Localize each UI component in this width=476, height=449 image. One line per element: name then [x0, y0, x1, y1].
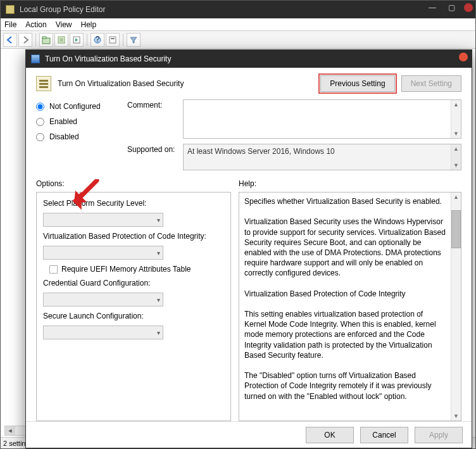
radio-enabled-label: Enabled — [49, 117, 77, 126]
comment-scrollbar[interactable]: ▲▼ — [451, 100, 461, 138]
opt-credguard-label: Credential Guard Configuration: — [43, 279, 224, 288]
opt-platform-level-select[interactable]: ▾ — [43, 213, 163, 227]
scroll-down-icon[interactable]: ▼ — [451, 161, 461, 170]
dialog-icon — [31, 54, 40, 63]
comment-label: Comment: — [127, 99, 180, 110]
chevron-down-icon: ▾ — [157, 217, 160, 224]
scroll-left-icon[interactable]: ◄ — [5, 426, 15, 435]
chevron-down-icon: ▾ — [157, 296, 160, 303]
props-button[interactable] — [106, 33, 120, 47]
scroll-down-icon[interactable]: ▼ — [451, 412, 461, 421]
opt-credguard-select[interactable]: ▾ — [43, 293, 163, 307]
radio-disabled-input[interactable] — [36, 133, 44, 141]
scroll-up-icon[interactable]: ▲ — [451, 144, 461, 153]
opt-securelaunch-label: Secure Launch Configuration: — [43, 312, 224, 320]
opt-vbpci-label: Virtualization Based Protection of Code … — [43, 232, 224, 241]
back-button[interactable] — [3, 33, 17, 47]
chevron-down-icon: ▾ — [157, 329, 160, 336]
help-scrollbar[interactable]: ▲ ▼ — [451, 193, 461, 421]
supported-text: At least Windows Server 2016, Windows 10 — [187, 147, 449, 156]
dialog-titlebar[interactable]: Turn On Virtualization Based Security — [26, 50, 472, 68]
help-heading: Help: — [239, 179, 256, 188]
gpedit-title: Local Group Policy Editor — [20, 5, 105, 14]
cancel-button[interactable]: Cancel — [360, 427, 408, 443]
radio-disabled[interactable]: Disabled — [36, 132, 125, 141]
supported-label: Supported on: — [127, 144, 180, 154]
radio-enabled[interactable]: Enabled — [36, 117, 125, 126]
help-button[interactable]: ? — [91, 33, 104, 47]
comment-textbox[interactable]: ▲▼ — [183, 99, 461, 139]
dialog-content: Turn On Virtualization Based Security Pr… — [26, 68, 472, 421]
dialog-close-button[interactable] — [459, 53, 468, 61]
svg-rect-7 — [111, 38, 115, 39]
scroll-down-icon[interactable]: ▼ — [451, 129, 461, 138]
gpedit-app-icon — [6, 5, 15, 14]
export-button[interactable] — [70, 33, 84, 47]
scroll-up-icon[interactable]: ▲ — [451, 193, 461, 201]
menu-file[interactable]: File — [4, 20, 16, 29]
menu-action[interactable]: Action — [25, 20, 46, 29]
up-button[interactable] — [39, 33, 53, 47]
opt-platform-level-label: Select Platform Security Level: — [43, 199, 224, 208]
svg-text:?: ? — [96, 35, 100, 44]
opt-securelaunch-select[interactable]: ▾ — [43, 326, 163, 339]
menu-view[interactable]: View — [56, 20, 72, 29]
supported-box: At least Windows Server 2016, Windows 10… — [183, 144, 461, 170]
gpedit-titlebar[interactable]: Local Group Policy Editor — ▢ — [1, 1, 475, 18]
opt-uefi-label: Require UEFI Memory Attributes Table — [61, 265, 191, 274]
menubar: File Action View Help — [1, 18, 475, 31]
minimize-button[interactable]: — — [426, 3, 439, 12]
next-setting-button[interactable]: Next Setting — [401, 75, 461, 92]
filter-button[interactable] — [127, 33, 141, 47]
opt-uefi-checkbox[interactable]: Require UEFI Memory Attributes Table — [49, 265, 224, 274]
forward-button[interactable] — [18, 33, 32, 47]
policy-dialog: Turn On Virtualization Based Security Tu… — [25, 49, 472, 448]
policy-icon — [36, 76, 51, 91]
previous-setting-button[interactable]: Previous Setting — [320, 75, 394, 92]
supported-scrollbar[interactable]: ▲▼ — [451, 144, 461, 170]
maximize-button[interactable]: ▢ — [445, 3, 458, 12]
menu-help[interactable]: Help — [81, 20, 97, 29]
apply-button[interactable]: Apply — [415, 427, 463, 443]
scroll-up-icon[interactable]: ▲ — [451, 100, 461, 109]
radio-disabled-label: Disabled — [49, 132, 79, 141]
chevron-down-icon: ▾ — [157, 250, 160, 256]
policy-title: Turn On Virtualization Based Security — [58, 79, 184, 88]
ok-button[interactable]: OK — [306, 427, 354, 443]
options-heading: Options: — [36, 179, 239, 188]
dialog-footer: OK Cancel Apply — [26, 421, 472, 448]
refresh-button[interactable] — [54, 33, 68, 47]
dialog-title: Turn On Virtualization Based Security — [45, 54, 171, 63]
svg-rect-1 — [42, 37, 46, 39]
opt-vbpci-select[interactable]: ▾ — [43, 246, 163, 260]
options-pane: Select Platform Security Level: ▾ Virtua… — [36, 192, 231, 421]
radio-not-configured-input[interactable] — [36, 103, 44, 111]
svg-rect-6 — [110, 37, 116, 43]
scrollbar-thumb[interactable] — [451, 210, 461, 248]
close-button[interactable] — [464, 3, 473, 12]
help-text: Specifies whether Virtualization Based S… — [239, 193, 451, 421]
help-pane: Specifies whether Virtualization Based S… — [239, 192, 461, 421]
radio-enabled-input[interactable] — [36, 118, 44, 126]
checkbox-icon[interactable] — [49, 265, 58, 274]
radio-not-configured-label: Not Configured — [49, 102, 101, 111]
toolbar: ? — [1, 31, 475, 49]
radio-not-configured[interactable]: Not Configured — [36, 102, 125, 111]
